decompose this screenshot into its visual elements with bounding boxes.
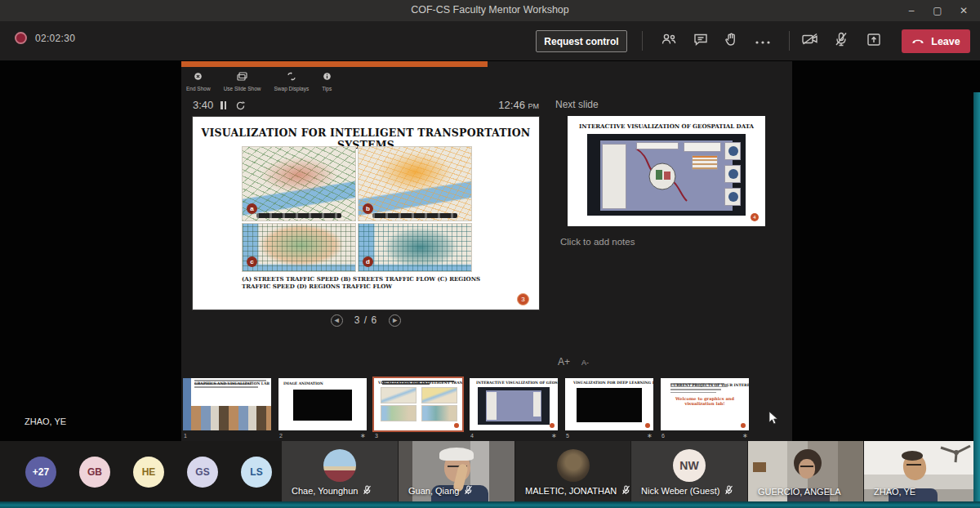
next-slide-button[interactable]: ► bbox=[389, 314, 401, 327]
end-show-button[interactable]: End Show bbox=[186, 69, 211, 91]
geospatial-app-screenshot bbox=[587, 134, 746, 216]
maximize-button[interactable]: ▢ bbox=[924, 0, 951, 21]
raise-hand-button[interactable] bbox=[720, 31, 742, 51]
close-button[interactable]: ✕ bbox=[951, 0, 977, 21]
video-tile-maletic[interactable]: MALETIC, JONATHAN bbox=[515, 441, 630, 501]
shared-powerpoint-window: End Show Use Slide Show Swap Displays Ti… bbox=[181, 61, 792, 441]
leave-phone-icon bbox=[911, 36, 924, 47]
thumb-number-3: 3 bbox=[375, 433, 378, 439]
participant-name: Guan, Qiang bbox=[408, 486, 459, 496]
font-decrease-button[interactable]: A- bbox=[581, 359, 589, 367]
camera-toggle-button[interactable] bbox=[800, 31, 821, 51]
mic-off-icon bbox=[835, 32, 848, 50]
mic-off-icon bbox=[363, 485, 372, 497]
map-streets-traffic-flow: b bbox=[358, 146, 472, 221]
panel-label-a: a bbox=[247, 203, 257, 214]
participant-avatar-ls[interactable]: LS bbox=[241, 457, 272, 488]
swap-displays-button[interactable]: Swap Displays bbox=[274, 69, 310, 91]
recording-indicator: 02:02:30 bbox=[15, 32, 75, 44]
request-control-button[interactable]: Request control bbox=[536, 30, 627, 52]
leave-button[interactable]: Leave bbox=[902, 29, 970, 53]
panel-label-c: c bbox=[247, 256, 257, 267]
next-slide-thumbnail[interactable]: INTERACTIVE VISUALIZATION OF GEOSPATIAL … bbox=[568, 116, 765, 226]
geo-widget-icon bbox=[724, 142, 741, 160]
animation-star-icon: ∗ bbox=[647, 432, 653, 439]
toolbar-divider bbox=[642, 31, 643, 51]
map-streets-traffic-speed: a bbox=[242, 146, 356, 221]
share-screen-icon bbox=[866, 33, 881, 50]
participant-name: Nick Weber (Guest) bbox=[641, 486, 719, 496]
chat-button[interactable] bbox=[690, 31, 711, 51]
share-screen-button[interactable] bbox=[863, 31, 884, 51]
map-timeline-slider bbox=[372, 213, 458, 218]
thumb-number-1: 1 bbox=[184, 433, 187, 439]
participant-avatar-gb[interactable]: GB bbox=[79, 457, 110, 488]
leave-label: Leave bbox=[931, 36, 960, 47]
video-tile-chae[interactable]: Chae, Younghun bbox=[282, 441, 398, 501]
video-tile-guan[interactable]: Guan, Qiang bbox=[399, 441, 514, 501]
notes-placeholder[interactable]: Click to add notes bbox=[560, 237, 635, 247]
thumb-number-2: 2 bbox=[279, 433, 283, 439]
record-icon bbox=[15, 32, 27, 44]
notes-font-controls: A+ A- bbox=[558, 356, 589, 368]
current-slide[interactable]: VISUALIZATION FOR INTELLIGENT TRANSPORTA… bbox=[193, 117, 539, 310]
slide-thumbnail-2[interactable]: IMAGE ANIMATION bbox=[278, 378, 367, 430]
mic-toggle-button[interactable] bbox=[831, 31, 852, 51]
slide-position: 3 / 6 bbox=[354, 314, 377, 326]
more-options-button[interactable] bbox=[752, 31, 773, 51]
participant-avatar-he[interactable]: HE bbox=[133, 457, 164, 488]
slide-thumbnail-4[interactable]: INTERACTIVE VISUALIZATION OF GEOSPATIAL … bbox=[470, 378, 558, 430]
ceiling-fan bbox=[936, 443, 972, 467]
participant-avatar-gs[interactable]: GS bbox=[187, 457, 218, 488]
meeting-stage: End Show Use Slide Show Swap Displays Ti… bbox=[0, 60, 980, 441]
participants-bar: +27 GB HE GS LS Chae, Younghun Guan, Qia… bbox=[0, 441, 980, 501]
use-slide-show-button[interactable]: Use Slide Show bbox=[224, 69, 261, 91]
animation-star-icon: ∗ bbox=[551, 432, 557, 439]
participants-icon bbox=[661, 33, 677, 49]
mic-off-icon bbox=[464, 485, 473, 497]
chat-icon bbox=[693, 33, 708, 49]
thumb-number-4: 4 bbox=[470, 433, 474, 439]
animation-star-icon: ∗ bbox=[742, 432, 748, 439]
font-increase-button[interactable]: A+ bbox=[558, 356, 570, 368]
previous-slide-button[interactable]: ◄ bbox=[331, 314, 343, 327]
slide-navigation: ◄ 3 / 6 ► bbox=[193, 313, 539, 328]
video-tile-nick[interactable]: NW Nick Weber (Guest) bbox=[631, 441, 747, 501]
panel-label-b: b bbox=[363, 203, 373, 214]
video-tile-guercio[interactable]: GUERCIO, ANGELA bbox=[748, 441, 863, 501]
window-controls: – ▢ ✕ bbox=[898, 0, 977, 21]
initials-avatar: NW bbox=[673, 449, 706, 482]
video-tile-zhao[interactable]: ZHAO, YE bbox=[864, 441, 973, 501]
desktop-edge-bottom bbox=[0, 501, 980, 508]
overflow-participants-avatar[interactable]: +27 bbox=[25, 457, 56, 488]
mic-off-icon bbox=[724, 485, 733, 497]
slide-thumbnail-3-selected[interactable]: VISUALIZATION FOR INTELLIGENT TRANSPORTA… bbox=[374, 378, 462, 430]
window-titlebar: COF-CS Faculty Mentor Workshop – ▢ ✕ bbox=[0, 0, 980, 21]
presenter-toolbar: End Show Use Slide Show Swap Displays Ti… bbox=[186, 69, 332, 91]
meeting-toolbar: 02:02:30 Request control Leave bbox=[0, 21, 980, 60]
slide-thumbnail-6[interactable]: CURRENT PROJECTS OF YOUR INTEREST Welcom… bbox=[661, 378, 749, 430]
slide-show-icon bbox=[237, 69, 247, 84]
pause-timer-button[interactable] bbox=[220, 101, 227, 109]
map-regions-traffic-flow: d bbox=[358, 223, 472, 272]
panel-label-d: d bbox=[363, 256, 373, 267]
slide-thumbnail-5[interactable]: VISUALIZATION FOR DEEP LEARNING EXPLORAT… bbox=[565, 378, 653, 430]
presenter-clock: 12:46 PM bbox=[498, 99, 539, 111]
thumb-number-5: 5 bbox=[566, 433, 569, 439]
slideshow-timer: 3:40 bbox=[193, 99, 213, 111]
next-slide-title: INTERACTIVE VISUALIZATION OF GEOSPATIAL … bbox=[568, 123, 765, 130]
map-regions-traffic-speed: c bbox=[242, 223, 356, 272]
participant-name: Chae, Younghun bbox=[292, 486, 358, 496]
restart-timer-button[interactable] bbox=[235, 100, 246, 114]
participants-button[interactable] bbox=[658, 31, 679, 51]
minimize-button[interactable]: – bbox=[898, 0, 924, 21]
participant-name: GUERCIO, ANGELA bbox=[758, 487, 840, 497]
slide-thumbnail-1[interactable]: GRAPHICS AND VISUALIZATION LAB bbox=[183, 378, 271, 430]
next-slide-page-number: 4 bbox=[751, 213, 759, 221]
tips-icon bbox=[323, 69, 332, 84]
toolbar-divider-2 bbox=[789, 31, 790, 51]
map-timeline-slider bbox=[256, 213, 342, 218]
participant-name: ZHAO, YE bbox=[874, 487, 915, 497]
window-title: COF-CS Faculty Mentor Workshop bbox=[0, 4, 980, 16]
tips-button[interactable]: Tips bbox=[322, 69, 332, 91]
